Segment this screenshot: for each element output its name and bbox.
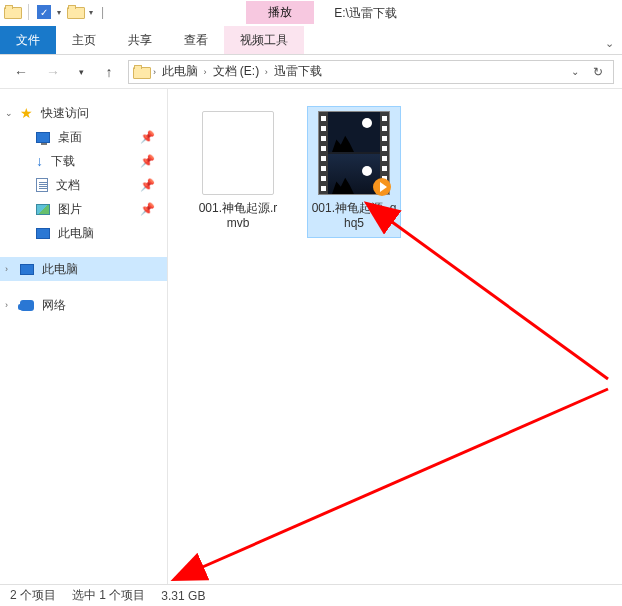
sidebar-item-documents[interactable]: 文档 📌 bbox=[0, 173, 167, 197]
file-name: 001.神龟起源_ghq5 bbox=[310, 201, 398, 231]
status-size: 3.31 GB bbox=[161, 589, 205, 603]
star-icon: ★ bbox=[20, 105, 33, 121]
navigation-pane[interactable]: ⌄ ★ 快速访问 桌面 📌 ↓ 下载 📌 文档 📌 图片 bbox=[0, 89, 168, 584]
qat-customize-icon[interactable]: ▾ bbox=[89, 8, 93, 17]
sidebar-item-pictures[interactable]: 图片 📌 bbox=[0, 197, 167, 221]
window-title: E:\迅雷下载 bbox=[334, 5, 397, 22]
sidebar-item-label: 桌面 bbox=[58, 129, 82, 146]
sidebar-item-this-pc[interactable]: › 此电脑 bbox=[0, 257, 167, 281]
sidebar-item-label: 此电脑 bbox=[42, 261, 78, 278]
tab-share[interactable]: 共享 bbox=[112, 26, 168, 54]
sidebar-item-label: 网络 bbox=[42, 297, 66, 314]
address-dropdown-icon[interactable]: ⌄ bbox=[565, 66, 585, 77]
qat-separator bbox=[28, 4, 29, 20]
file-item[interactable]: 001.神龟起源_ghq5 bbox=[308, 107, 400, 237]
pin-icon: 📌 bbox=[140, 154, 155, 168]
folder-icon bbox=[133, 65, 149, 79]
chevron-right-icon[interactable]: › bbox=[5, 264, 8, 274]
breadcrumb-item[interactable]: 文档 (E:) › bbox=[211, 63, 270, 80]
status-selection: 选中 1 个项目 bbox=[72, 587, 145, 604]
chevron-right-icon[interactable]: › bbox=[5, 300, 8, 310]
quick-access-toolbar: ✓ ▾ ▾ | bbox=[4, 4, 106, 20]
ribbon-expand-icon[interactable]: ⌄ bbox=[597, 33, 622, 54]
address-bar[interactable]: › 此电脑 › 文档 (E:) › 迅雷下载 ⌄ ↻ bbox=[128, 60, 614, 84]
sidebar-item-label: 下载 bbox=[51, 153, 75, 170]
sidebar-item-downloads[interactable]: ↓ 下载 📌 bbox=[0, 149, 167, 173]
contextual-tab-play[interactable]: 播放 bbox=[246, 1, 314, 24]
tab-home[interactable]: 主页 bbox=[56, 26, 112, 54]
network-icon bbox=[20, 300, 34, 311]
file-name: 001.神龟起源.rmvb bbox=[194, 201, 282, 231]
video-thumbnail bbox=[318, 111, 390, 195]
forward-button[interactable]: → bbox=[40, 59, 66, 85]
qat-properties-button[interactable]: ✓ bbox=[37, 5, 51, 19]
pin-icon: 📌 bbox=[140, 130, 155, 144]
sidebar-item-this-pc-quick[interactable]: 此电脑 bbox=[0, 221, 167, 245]
file-grid: 001.神龟起源.rmvb 001.神龟起源_ghq5 bbox=[192, 107, 622, 237]
back-button[interactable]: ← bbox=[8, 59, 34, 85]
sidebar-item-network[interactable]: › 网络 bbox=[0, 293, 167, 317]
folder-icon[interactable] bbox=[4, 5, 20, 19]
breadcrumb-item[interactable]: 此电脑 › bbox=[160, 63, 209, 80]
sidebar-item-quick-access[interactable]: ⌄ ★ 快速访问 bbox=[0, 101, 167, 125]
qat-divider: | bbox=[101, 5, 104, 19]
sidebar-item-label: 图片 bbox=[58, 201, 82, 218]
tab-video-tools[interactable]: 视频工具 bbox=[224, 26, 304, 54]
status-item-count: 2 个项目 bbox=[10, 587, 56, 604]
file-list-pane[interactable]: 001.神龟起源.rmvb 001.神龟起源_ghq5 bbox=[168, 89, 622, 584]
pin-icon: 📌 bbox=[140, 202, 155, 216]
pc-icon bbox=[20, 264, 34, 275]
annotation-arrow bbox=[198, 389, 608, 569]
up-button[interactable]: ↑ bbox=[96, 59, 122, 85]
pin-icon: 📌 bbox=[140, 178, 155, 192]
pc-icon bbox=[36, 228, 50, 239]
play-icon bbox=[373, 178, 391, 196]
folder-icon[interactable] bbox=[67, 5, 83, 19]
navigation-row: ← → ▾ ↑ › 此电脑 › 文档 (E:) › 迅雷下载 ⌄ ↻ bbox=[0, 55, 622, 89]
contextual-tab-group: 播放 bbox=[246, 1, 314, 24]
sidebar-item-label: 快速访问 bbox=[41, 105, 89, 122]
recent-locations-button[interactable]: ▾ bbox=[72, 59, 90, 85]
status-bar: 2 个项目 选中 1 个项目 3.31 GB bbox=[0, 584, 622, 606]
file-thumbnail bbox=[202, 111, 274, 195]
pictures-icon bbox=[36, 204, 50, 215]
breadcrumb-item[interactable]: 迅雷下载 bbox=[272, 63, 324, 80]
tab-view[interactable]: 查看 bbox=[168, 26, 224, 54]
refresh-button[interactable]: ↻ bbox=[587, 65, 609, 79]
annotation-arrow bbox=[388, 219, 608, 379]
ribbon-tabs: 文件 主页 共享 查看 视频工具 ⌄ bbox=[0, 24, 622, 54]
title-bar: ✓ ▾ ▾ | 播放 E:\迅雷下载 bbox=[0, 0, 622, 24]
main-area: ⌄ ★ 快速访问 桌面 📌 ↓ 下载 📌 文档 📌 图片 bbox=[0, 89, 622, 584]
document-icon bbox=[36, 178, 48, 192]
sidebar-item-label: 文档 bbox=[56, 177, 80, 194]
sidebar-item-label: 此电脑 bbox=[58, 225, 94, 242]
tab-file[interactable]: 文件 bbox=[0, 26, 56, 54]
file-item[interactable]: 001.神龟起源.rmvb bbox=[192, 107, 284, 237]
desktop-icon bbox=[36, 132, 50, 143]
download-icon: ↓ bbox=[36, 153, 43, 169]
qat-dropdown-icon[interactable]: ▾ bbox=[57, 8, 61, 17]
chevron-down-icon[interactable]: ⌄ bbox=[5, 108, 13, 118]
sidebar-item-desktop[interactable]: 桌面 📌 bbox=[0, 125, 167, 149]
